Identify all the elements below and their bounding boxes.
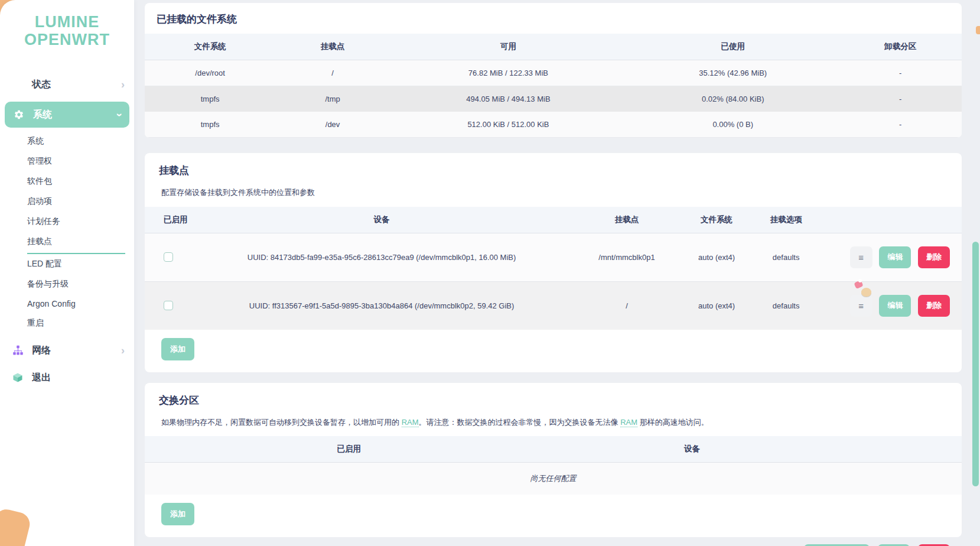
section-title-mounted-filesystems: 已挂载的文件系统 xyxy=(145,3,962,34)
cell-mountpoint: /tmp xyxy=(275,86,390,112)
cell-filesystem: auto (ext4) xyxy=(684,281,750,330)
scrollbar-thumb[interactable] xyxy=(972,242,979,486)
cell-options: defaults xyxy=(749,233,822,281)
table-header-row: 文件系统 挂载点 可用 已使用 卸载分区 xyxy=(145,34,962,60)
swap-description: 如果物理内存不足，闲置数据可自动移到交换设备暂存，以增加可用的 RAM。请注意：… xyxy=(145,410,962,437)
gear-icon xyxy=(13,109,25,121)
column-header-device: 设备 xyxy=(554,436,831,463)
empty-placeholder: 尚无任何配置 xyxy=(145,463,962,495)
mounted-filesystems-card: 已挂载的文件系统 文件系统 挂载点 可用 已使用 卸载分区 /dev/root … xyxy=(145,3,962,138)
mount-points-card: 挂载点 配置存储设备挂载到文件系统中的位置和参数 已启用 设备 挂载点 文件系统… xyxy=(145,153,962,372)
add-swap-button[interactable]: 添加 xyxy=(161,503,194,525)
system-submenu: 系统 管理权 软件包 启动项 计划任务 挂载点 LED 配置 备份与升级 Arg… xyxy=(0,131,134,333)
add-mount-button[interactable]: 添加 xyxy=(161,338,194,360)
column-header-mountpoint: 挂载点 xyxy=(569,207,684,233)
ram-link[interactable]: RAM xyxy=(620,418,637,427)
sidebar-subitem-led[interactable]: LED 配置 xyxy=(27,254,125,274)
cell-device: UUID: ff313567-e9f1-5a5d-9895-3ba130b4a8… xyxy=(194,281,569,330)
sidebar-item-label: 网络 xyxy=(32,344,121,357)
section-title-swap: 交换分区 xyxy=(145,383,962,410)
column-header-actions xyxy=(831,436,962,463)
delete-button[interactable]: 删除 xyxy=(918,295,950,317)
table-row: UUID: ff313567-e9f1-5a5d-9895-3ba130b4a8… xyxy=(145,281,962,330)
sidebar-subitem-backup-upgrade[interactable]: 备份与升级 xyxy=(27,274,125,294)
sidebar-subitem-administration[interactable]: 管理权 xyxy=(27,151,125,171)
sitemap-icon xyxy=(12,344,24,356)
edit-button[interactable]: 编辑 xyxy=(879,246,911,268)
row-menu-button[interactable]: ≡ xyxy=(850,295,872,317)
logo-line1: LUMINE xyxy=(0,13,134,31)
swap-desc-text: 如果物理内存不足，闲置数据可自动移到交换设备暂存，以增加可用的 xyxy=(161,418,402,427)
cell-used: 0.00% (0 B) xyxy=(627,112,839,138)
cell-used: 35.12% (42.96 MiB) xyxy=(627,60,839,86)
sidebar-subitem-reboot[interactable]: 重启 xyxy=(27,313,125,333)
cell-available: 76.82 MiB / 122.33 MiB xyxy=(390,60,627,86)
column-header-enabled: 已启用 xyxy=(145,207,194,233)
table-row: /dev/root / 76.82 MiB / 122.33 MiB 35.12… xyxy=(145,60,962,86)
swap-desc-text: 那样的高速地访问。 xyxy=(637,418,709,427)
row-menu-button[interactable]: ≡ xyxy=(850,246,872,268)
delete-button[interactable]: 删除 xyxy=(918,246,950,268)
mounted-filesystems-table: 文件系统 挂载点 可用 已使用 卸载分区 /dev/root / 76.82 M… xyxy=(145,34,962,138)
sidebar-item-system[interactable]: 系统 › xyxy=(5,102,129,128)
cell-mountpoint: /dev xyxy=(275,112,390,138)
chevron-right-icon: › xyxy=(121,344,125,357)
sidebar-subitem-mount-points[interactable]: 挂载点 xyxy=(27,232,125,254)
section-title-mount-points: 挂载点 xyxy=(145,153,962,180)
dashboard-grid-icon xyxy=(12,79,24,90)
column-header-used: 已使用 xyxy=(627,34,839,60)
table-row: tmpfs /tmp 494.05 MiB / 494.13 MiB 0.02%… xyxy=(145,86,962,112)
cell-unmount: - xyxy=(839,60,962,86)
sidebar-item-label: 状态 xyxy=(32,79,121,91)
table-header-row: 已启用 设备 挂载点 文件系统 挂载选项 xyxy=(145,207,962,233)
cell-filesystem: /dev/root xyxy=(145,60,275,86)
cell-filesystem: tmpfs xyxy=(145,86,275,112)
sidebar: LUMINE OPENWRT 状态 › 系统 › 系统 管理权 软件包 启动项 … xyxy=(0,0,134,546)
column-header-actions xyxy=(823,207,962,233)
mount-points-table: 已启用 设备 挂载点 文件系统 挂载选项 UUID: 84173db5-fa99… xyxy=(145,207,962,330)
sidebar-item-label: 退出 xyxy=(32,372,125,384)
mount-points-description: 配置存储设备挂载到文件系统中的位置和参数 xyxy=(145,180,962,207)
table-row: tmpfs /dev 512.00 KiB / 512.00 KiB 0.00%… xyxy=(145,112,962,138)
column-header-options: 挂载选项 xyxy=(749,207,822,233)
ram-link[interactable]: RAM xyxy=(402,418,419,427)
app-logo[interactable]: LUMINE OPENWRT xyxy=(0,0,134,48)
enabled-checkbox[interactable] xyxy=(164,301,173,310)
cell-mountpoint: /mnt/mmcblk0p1 xyxy=(569,233,684,281)
cell-unmount: - xyxy=(839,86,962,112)
sidebar-item-logout[interactable]: 退出 xyxy=(0,364,134,391)
cell-mountpoint: / xyxy=(275,60,390,86)
sidebar-subitem-argon-config[interactable]: Argon Config xyxy=(27,294,125,313)
swap-desc-text: 。请注意：数据交换的过程会非常慢，因为交换设备无法像 xyxy=(419,418,621,427)
chevron-right-icon: › xyxy=(121,79,125,91)
cell-mountpoint: / xyxy=(569,281,684,330)
column-header-filesystem: 文件系统 xyxy=(145,34,275,60)
cell-filesystem: tmpfs xyxy=(145,112,275,138)
table-header-row: 已启用 设备 xyxy=(145,436,962,463)
cube-icon xyxy=(12,372,24,384)
column-header-available: 可用 xyxy=(390,34,627,60)
logo-line2: OPENWRT xyxy=(0,31,134,48)
swap-table: 已启用 设备 尚无任何配置 xyxy=(145,436,962,495)
column-header-device: 设备 xyxy=(194,207,569,233)
sidebar-nav: 状态 › 系统 › 系统 管理权 软件包 启动项 计划任务 挂载点 LED 配置… xyxy=(0,71,134,391)
sidebar-subitem-system[interactable]: 系统 xyxy=(27,131,125,151)
sidebar-subitem-software[interactable]: 软件包 xyxy=(27,171,125,191)
sidebar-item-label: 系统 xyxy=(33,109,118,121)
cell-available: 512.00 KiB / 512.00 KiB xyxy=(390,112,627,138)
sidebar-item-network[interactable]: 网络 › xyxy=(0,337,134,364)
sidebar-item-status[interactable]: 状态 › xyxy=(0,71,134,98)
enabled-checkbox[interactable] xyxy=(164,252,173,262)
edit-button[interactable]: 编辑 xyxy=(879,295,911,317)
column-header-filesystem: 文件系统 xyxy=(684,207,750,233)
cell-options: defaults xyxy=(749,281,822,330)
cell-filesystem: auto (ext4) xyxy=(684,233,750,281)
sidebar-subitem-startup[interactable]: 启动项 xyxy=(27,191,125,212)
cell-used: 0.02% (84.00 KiB) xyxy=(627,86,839,112)
cell-unmount: - xyxy=(839,112,962,138)
cell-device: UUID: 84173db5-fa99-e35a-95c6-28613cc79e… xyxy=(194,233,569,281)
sidebar-subitem-scheduled-tasks[interactable]: 计划任务 xyxy=(27,212,125,232)
chevron-down-icon: › xyxy=(113,113,126,116)
column-header-mountpoint: 挂载点 xyxy=(275,34,390,60)
main-content: 已挂载的文件系统 文件系统 挂载点 可用 已使用 卸载分区 /dev/root … xyxy=(145,0,962,546)
